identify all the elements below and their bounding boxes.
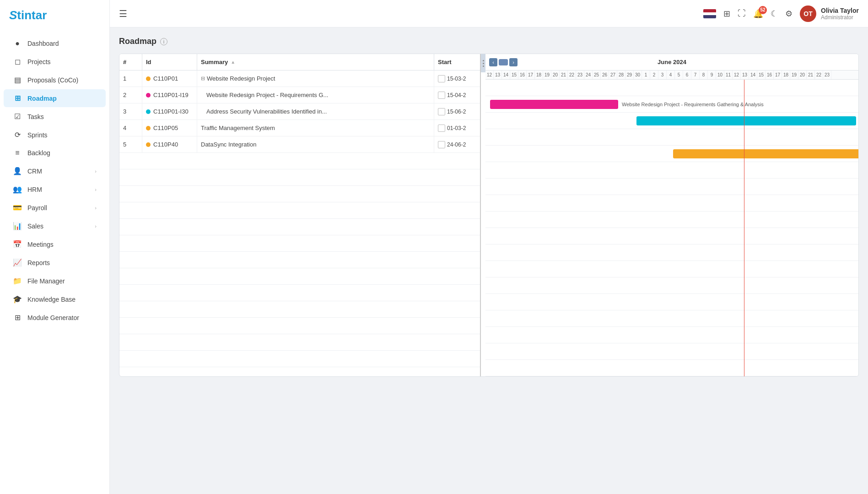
day-cell: 26 xyxy=(601,71,609,79)
gantt-bar[interactable] xyxy=(490,100,618,109)
chevron-right-icon: › xyxy=(95,168,97,174)
day-cell: 11 xyxy=(724,71,733,79)
notification-badge: 52 xyxy=(759,6,767,14)
table-row-empty xyxy=(119,186,480,202)
sidebar-item-sales[interactable]: 📊 Sales › xyxy=(4,217,106,235)
sidebar-item-knowledge-base[interactable]: 🎓 Knowledge Base xyxy=(4,290,106,308)
day-cell: 7 xyxy=(691,71,700,79)
cell-start: 15-06-2 xyxy=(434,103,480,119)
user-profile[interactable]: OT Olivia Taylor Administrator xyxy=(800,5,859,22)
gantt-row: Address Security Vulnerabilities Identif… xyxy=(485,113,858,129)
user-role: Administrator xyxy=(821,14,859,21)
checkbox[interactable] xyxy=(438,92,445,99)
chevron-right-icon: › xyxy=(95,187,97,192)
chevron-right-icon: › xyxy=(95,205,97,211)
bar-label: Website Redesign Project - Requirements … xyxy=(622,102,764,107)
info-icon[interactable]: i xyxy=(160,38,167,45)
sidebar-item-roadmap[interactable]: ⊞ Roadmap xyxy=(4,89,106,107)
sidebar-item-meetings[interactable]: 📅 Meetings xyxy=(4,235,106,253)
navigation-arrows: ‹ › xyxy=(489,58,518,66)
content-area: Roadmap i # Id Summary xyxy=(110,27,868,494)
notifications-icon[interactable]: 🔔 52 xyxy=(753,9,763,19)
panel-resize-handle[interactable] xyxy=(481,54,485,72)
status-dot xyxy=(146,93,151,98)
month-label: June 2024 xyxy=(658,59,686,65)
file-manager-icon: 📁 xyxy=(13,277,22,285)
sidebar-item-sprints[interactable]: ⟳ Sprints xyxy=(4,126,106,144)
sidebar-item-module-generator[interactable]: ⊞ Module Generator xyxy=(4,309,106,326)
checkbox[interactable] xyxy=(438,125,445,132)
dark-mode-icon[interactable]: ☾ xyxy=(771,9,778,19)
sidebar-item-dashboard[interactable]: ● Dashboard xyxy=(4,35,106,52)
gantt-row-empty xyxy=(485,261,858,277)
gantt-month-header: ‹ › June 2024 xyxy=(485,54,858,71)
status-dot xyxy=(146,109,151,114)
sidebar-item-label: Sales xyxy=(27,223,43,230)
logo-text: Stintar xyxy=(9,8,47,22)
cell-start: 15-03-2 xyxy=(434,71,480,87)
cell-num: 4 xyxy=(119,120,142,136)
projects-icon: ◻ xyxy=(13,57,22,66)
drag-dot xyxy=(483,60,484,61)
menu-toggle-button[interactable]: ☰ xyxy=(119,8,127,19)
table-row-empty xyxy=(119,153,480,169)
tasks-icon: ☑ xyxy=(13,112,22,121)
sidebar-item-label: Meetings xyxy=(27,241,54,248)
day-cell: 29 xyxy=(625,71,634,79)
col-header-start[interactable]: Start xyxy=(434,54,480,70)
sidebar-item-proposals[interactable]: ▤ Proposals (CoCo) xyxy=(4,71,106,89)
checkbox[interactable] xyxy=(438,75,445,82)
cell-summary: Address Security Vulnerabilities Identif… xyxy=(197,103,434,119)
sidebar-item-hrm[interactable]: 👥 HRM › xyxy=(4,180,106,198)
cell-id: C110P01-I30 xyxy=(142,103,197,119)
day-cell: 10 xyxy=(716,71,724,79)
sort-icon: ▲ xyxy=(231,60,235,65)
gantt-row xyxy=(485,80,858,96)
checkbox[interactable] xyxy=(438,141,445,148)
day-cell: 15 xyxy=(757,71,766,79)
day-cell: 18 xyxy=(535,71,543,79)
prev-arrow[interactable]: ‹ xyxy=(489,58,497,66)
table-row: 2 C110P01-I19 Website Redesign Project -… xyxy=(119,87,480,103)
settings-icon[interactable]: ⚙ xyxy=(785,9,793,19)
apps-icon[interactable]: ⊞ xyxy=(723,9,730,19)
cell-summary: Website Redesign Project - Requirements … xyxy=(197,87,434,103)
cell-id: C110P01-I19 xyxy=(142,87,197,103)
day-cell: 9 xyxy=(708,71,716,79)
day-cell: 28 xyxy=(617,71,625,79)
user-details: Olivia Taylor Administrator xyxy=(821,7,859,21)
sidebar-item-payroll[interactable]: 💳 Payroll › xyxy=(4,199,106,217)
day-cell: 22 xyxy=(815,71,823,79)
sidebar-item-crm[interactable]: 👤 CRM › xyxy=(4,162,106,180)
col-header-summary[interactable]: Summary ▲ xyxy=(197,54,434,70)
gantt-container: # Id Summary ▲ Start xyxy=(119,54,858,376)
sidebar-item-backlog[interactable]: ≡ Backlog xyxy=(4,144,106,162)
day-cell: 6 xyxy=(683,71,691,79)
sidebar-item-tasks[interactable]: ☑ Tasks xyxy=(4,108,106,125)
gantt-bar[interactable] xyxy=(673,149,858,158)
table-row: 3 C110P01-I30 Address Security Vulnerabi… xyxy=(119,103,480,120)
day-cell: 22 xyxy=(568,71,576,79)
col-header-id[interactable]: Id xyxy=(142,54,197,70)
hrm-icon: 👥 xyxy=(13,185,22,194)
sidebar-item-file-manager[interactable]: 📁 File Manager xyxy=(4,272,106,290)
sidebar-nav: ● Dashboard ◻ Projects ▤ Proposals (CoCo… xyxy=(0,31,109,494)
proposals-icon: ▤ xyxy=(13,76,22,84)
expand-icon[interactable]: ⊟ xyxy=(201,76,205,81)
fullscreen-icon[interactable]: ⛶ xyxy=(738,9,746,18)
sidebar-item-label: Module Generator xyxy=(27,314,79,321)
gantt-bar[interactable] xyxy=(636,116,856,125)
cell-num: 5 xyxy=(119,136,142,152)
checkbox[interactable] xyxy=(438,108,445,115)
next-arrow[interactable]: › xyxy=(509,58,518,66)
day-cell: 5 xyxy=(675,71,683,79)
header: ☰ ⊞ ⛶ 🔔 52 ☾ ⚙ OT Olivia Taylor Administ… xyxy=(110,0,868,27)
table-row-empty xyxy=(119,252,480,268)
sidebar-item-reports[interactable]: 📈 Reports xyxy=(4,254,106,271)
table-row-empty xyxy=(119,285,480,301)
knowledge-base-icon: 🎓 xyxy=(13,295,22,304)
days-header: 1213141516171819202122232425262728293012… xyxy=(485,71,858,80)
sidebar-item-projects[interactable]: ◻ Projects xyxy=(4,53,106,71)
language-selector[interactable] xyxy=(703,9,716,18)
day-cell: 3 xyxy=(658,71,667,79)
